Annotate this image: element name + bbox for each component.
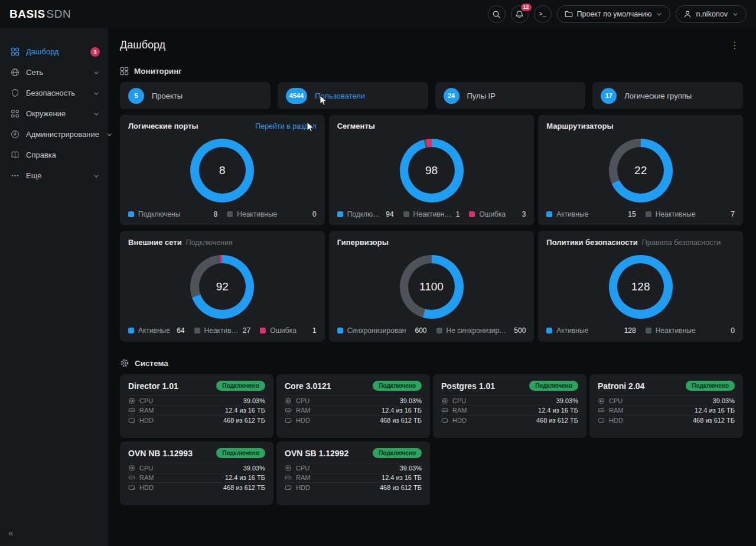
legend-swatch	[436, 328, 442, 334]
stat-card-projects[interactable]: 5 Проекты	[120, 82, 271, 109]
sidebar-collapse-button[interactable]: «	[6, 525, 15, 540]
go-to-section-link[interactable]: Перейти в раздел	[255, 122, 316, 130]
metric-row-cpu: CPU 39.03%	[128, 463, 265, 473]
notifications-button[interactable]: 12	[511, 5, 529, 23]
server-name: Core 3.0121	[285, 381, 331, 391]
metric-value: 39.03%	[556, 397, 578, 404]
sidebar-item-label: Дашборд	[26, 47, 59, 56]
sidebar-item-network[interactable]: Сеть	[0, 62, 108, 83]
chart-legend: Активные 15 Неактивные 7	[546, 210, 735, 218]
metric-row-hdd: HDD 468 из 612 ТБ	[598, 415, 735, 425]
metric-value: 12.4 из 16 ТБ	[225, 474, 265, 481]
cpu-icon	[285, 397, 292, 404]
metric-value: 12.4 из 16 ТБ	[382, 474, 422, 481]
legend-value: 600	[415, 326, 426, 335]
stat-card-users[interactable]: 4544 Пользователи	[278, 82, 428, 109]
sidebar-badge: 3	[90, 47, 100, 57]
metric-label: RAM	[139, 474, 154, 481]
hdd-icon	[285, 417, 292, 424]
book-icon	[11, 151, 19, 159]
stat-count-badge: 17	[601, 88, 617, 104]
search-button[interactable]	[488, 5, 506, 23]
user-menu[interactable]: n.nikonov	[676, 5, 747, 23]
metric-row-ram: RAM 12.4 из 16 ТБ	[128, 406, 265, 416]
donut-card-segments: Сегменты 98 Подключены 94 Неактивные 1	[329, 115, 535, 225]
ram-icon	[285, 407, 292, 414]
metric-value: 468 из 612 ТБ	[536, 417, 578, 424]
legend-item: Активные 128	[546, 326, 636, 335]
donut-card-hypervisors: Гипервизоры 1100 Синхронизирован 600 Не …	[329, 231, 535, 342]
legend-item: Неактивные 0	[646, 326, 735, 335]
stat-count-badge: 24	[444, 88, 460, 104]
ram-icon	[598, 407, 605, 414]
sidebar-item-administration[interactable]: Администрирование	[0, 124, 108, 145]
notification-count-badge: 12	[520, 2, 533, 12]
app-logo: BASISSDN	[9, 8, 71, 21]
server-cards-grid: Director 1.01 Подключено CPU 39.03% RAM …	[120, 374, 743, 505]
metric-value: 468 из 612 ТБ	[380, 484, 422, 491]
sidebar-item-dashboard[interactable]: Дашборд 3	[0, 41, 108, 62]
section-title: Система	[135, 359, 168, 368]
metric-row-ram: RAM 12.4 из 16 ТБ	[441, 406, 578, 416]
legend-value: 1	[456, 210, 460, 218]
hdd-icon	[441, 417, 448, 424]
metric-value: 12.4 из 16 ТБ	[225, 407, 265, 414]
card-subtitle: Подключения	[186, 238, 233, 247]
chevron-down-icon	[93, 110, 100, 117]
metric-row-ram: RAM 12.4 из 16 ТБ	[285, 406, 422, 416]
cpu-icon	[128, 465, 135, 472]
card-subtitle: Правила безопасности	[642, 238, 721, 247]
sidebar-item-security[interactable]: Безопасность	[0, 83, 108, 103]
donut-center-value: 92	[216, 280, 229, 293]
donut-card-external-networks: Внешние сети Подключения 92 Активные 64 …	[120, 231, 325, 342]
metric-label: RAM	[296, 474, 310, 481]
sidebar-item-more[interactable]: Еще	[0, 165, 108, 186]
legend-value: 500	[514, 326, 526, 335]
stat-card-ip-pools[interactable]: 24 Пулы IP	[435, 82, 586, 109]
legend-value: 27	[243, 326, 250, 335]
stat-count-badge: 4544	[286, 88, 307, 104]
chart-legend: Активные 128 Неактивные 0	[546, 326, 735, 335]
server-card-core: Core 3.0121 Подключено CPU 39.03% RAM 12…	[276, 374, 430, 438]
card-title: Политики безопасности	[546, 238, 638, 247]
stat-card-logical-groups[interactable]: 17 Логические группы	[592, 82, 743, 109]
legend-swatch	[546, 211, 552, 217]
shield-icon	[11, 89, 19, 97]
metric-row-hdd: HDD 468 из 612 ТБ	[128, 415, 265, 425]
status-badge: Подключено	[216, 448, 265, 458]
legend-value: 1	[312, 326, 317, 335]
ellipsis-icon	[11, 171, 19, 180]
donut-chart: 1100	[400, 255, 464, 319]
server-name: Director 1.01	[128, 381, 178, 391]
server-name: OVN NB 1.12993	[128, 449, 193, 458]
hdd-icon	[285, 484, 292, 491]
legend-value: 7	[731, 210, 735, 218]
legend-label: Синхронизирован	[347, 326, 406, 335]
project-selector[interactable]: Проект по умолчанию	[557, 5, 671, 23]
donut-chart: 92	[190, 255, 254, 319]
legend-value: 128	[624, 326, 636, 335]
status-badge: Подключено	[373, 381, 422, 391]
metric-value: 12.4 из 16 ТБ	[382, 407, 422, 414]
legend-item: Неактивные 0	[227, 210, 316, 218]
grid-icon	[120, 67, 129, 76]
metric-value: 468 из 612 ТБ	[693, 417, 735, 424]
metric-value: 39.03%	[243, 465, 265, 472]
legend-swatch	[128, 211, 134, 217]
topbar: BASISSDN 12 >_ Проект по умолчанию	[0, 0, 756, 28]
metric-label: RAM	[139, 407, 154, 414]
metric-label: RAM	[296, 407, 310, 414]
legend-swatch	[227, 211, 233, 217]
terminal-button[interactable]: >_	[534, 5, 552, 23]
sidebar-item-help[interactable]: Справка	[0, 145, 108, 165]
topbar-actions: 12 >_ Проект по умолчанию n.nikonov	[488, 5, 747, 23]
dashboard-icon	[11, 47, 19, 56]
legend-label: Не синхронизирован	[447, 326, 510, 335]
logo-primary: BASIS	[9, 8, 45, 21]
section-title: Мониторинг	[134, 67, 182, 76]
chevron-down-icon	[656, 11, 663, 18]
chevron-down-icon	[93, 90, 100, 97]
kebab-menu-icon[interactable]: ⋮	[726, 41, 743, 50]
sidebar-item-environment[interactable]: Окружение	[0, 103, 108, 124]
metric-row-cpu: CPU 39.03%	[285, 463, 422, 473]
